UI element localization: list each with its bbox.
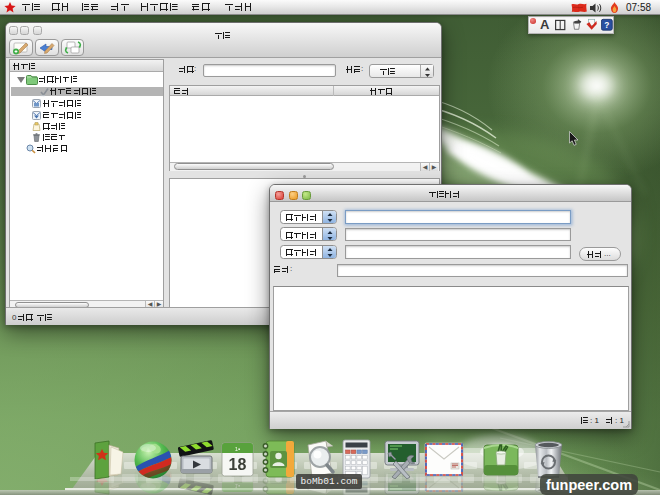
svg-text:1▪: 1▪ bbox=[235, 446, 240, 452]
svg-text:?: ? bbox=[605, 20, 610, 30]
svg-text:18: 18 bbox=[229, 456, 247, 473]
